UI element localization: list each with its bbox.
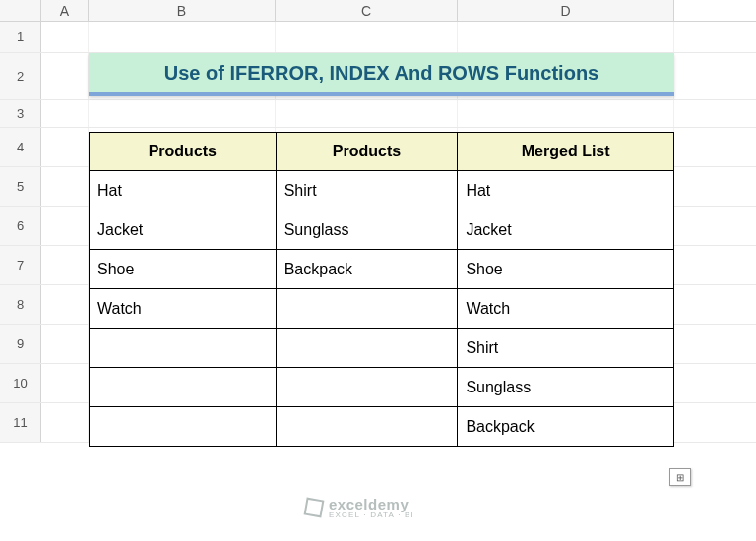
cell-c6[interactable]: Sunglass: [276, 210, 458, 250]
cell-d11[interactable]: Backpack: [458, 407, 674, 447]
table-row: Shoe Backpack Shoe: [90, 250, 674, 289]
header-merged-list[interactable]: Merged List: [458, 133, 674, 171]
cell-b7[interactable]: Shoe: [90, 250, 277, 289]
cell-d10[interactable]: Sunglass: [458, 368, 674, 407]
cell[interactable]: [41, 325, 89, 363]
cell[interactable]: [276, 22, 458, 52]
watermark: exceldemy EXCEL · DATA · BI: [305, 496, 414, 519]
table-row: Shirt: [90, 329, 674, 368]
select-all-corner[interactable]: [0, 0, 41, 21]
cell-d8[interactable]: Watch: [458, 289, 674, 329]
row-header-5[interactable]: 5: [0, 167, 41, 206]
cell-d7[interactable]: Shoe: [458, 250, 674, 289]
table-row: Backpack: [90, 407, 674, 447]
spreadsheet-area: A B C D 1 2 3 4 5 6: [0, 0, 756, 541]
row-header-11[interactable]: 11: [0, 403, 41, 442]
cell-d6[interactable]: Jacket: [458, 210, 674, 250]
cell[interactable]: [89, 22, 276, 52]
table-row: Watch Watch: [90, 289, 674, 329]
cell[interactable]: [41, 207, 89, 245]
cell[interactable]: [41, 128, 89, 166]
cell[interactable]: [41, 100, 89, 127]
header-products-2[interactable]: Products: [276, 133, 458, 171]
cell-c8[interactable]: [276, 289, 458, 329]
row-header-2[interactable]: 2: [0, 53, 41, 99]
cell-d5[interactable]: Hat: [458, 171, 674, 210]
row-header-1[interactable]: 1: [0, 22, 41, 52]
table-row: Jacket Sunglass Jacket: [90, 210, 674, 250]
cell-c7[interactable]: Backpack: [276, 250, 458, 289]
col-header-D[interactable]: D: [458, 0, 674, 21]
cell[interactable]: [41, 246, 89, 284]
cell-b6[interactable]: Jacket: [90, 210, 277, 250]
cell[interactable]: [89, 100, 276, 127]
grid-row: 3: [0, 100, 756, 128]
autofill-options-icon[interactable]: ⊞: [669, 468, 691, 486]
cell-c10[interactable]: [276, 368, 458, 407]
grid-row: 1: [0, 22, 756, 53]
col-header-C[interactable]: C: [276, 0, 458, 21]
page-title: Use of IFERROR, INDEX And ROWS Functions: [89, 53, 674, 96]
col-header-A[interactable]: A: [41, 0, 89, 21]
cell-c11[interactable]: [276, 407, 458, 447]
watermark-tagline: EXCEL · DATA · BI: [329, 511, 414, 519]
cell-b5[interactable]: Hat: [90, 171, 277, 210]
cell[interactable]: [458, 22, 674, 52]
row-header-9[interactable]: 9: [0, 325, 41, 363]
cell[interactable]: [276, 100, 458, 127]
cell[interactable]: [41, 22, 89, 52]
watermark-text: exceldemy EXCEL · DATA · BI: [329, 496, 414, 519]
cell-b9[interactable]: [90, 329, 277, 368]
cell[interactable]: [41, 167, 89, 206]
cell[interactable]: [41, 403, 89, 442]
col-header-B[interactable]: B: [89, 0, 276, 21]
table-row: Hat Shirt Hat: [90, 171, 674, 210]
logo-icon: [304, 498, 325, 518]
column-header-row: A B C D: [0, 0, 756, 22]
row-header-10[interactable]: 10: [0, 364, 41, 402]
data-table: Products Products Merged List Hat Shirt …: [89, 132, 674, 447]
cell-b8[interactable]: Watch: [90, 289, 277, 329]
table-header-row: Products Products Merged List: [90, 133, 674, 171]
row-header-8[interactable]: 8: [0, 285, 41, 324]
cell-c5[interactable]: Shirt: [276, 171, 458, 210]
cell-b11[interactable]: [90, 407, 277, 447]
cell[interactable]: [41, 364, 89, 402]
cell[interactable]: [41, 53, 89, 99]
row-header-6[interactable]: 6: [0, 207, 41, 245]
cell-c9[interactable]: [276, 329, 458, 368]
cell[interactable]: [458, 100, 674, 127]
cell-d9[interactable]: Shirt: [458, 329, 674, 368]
row-header-4[interactable]: 4: [0, 128, 41, 166]
row-header-7[interactable]: 7: [0, 246, 41, 284]
header-products-1[interactable]: Products: [90, 133, 277, 171]
cell-b10[interactable]: [90, 368, 277, 407]
row-header-3[interactable]: 3: [0, 100, 41, 127]
table-row: Sunglass: [90, 368, 674, 407]
cell[interactable]: [41, 285, 89, 324]
